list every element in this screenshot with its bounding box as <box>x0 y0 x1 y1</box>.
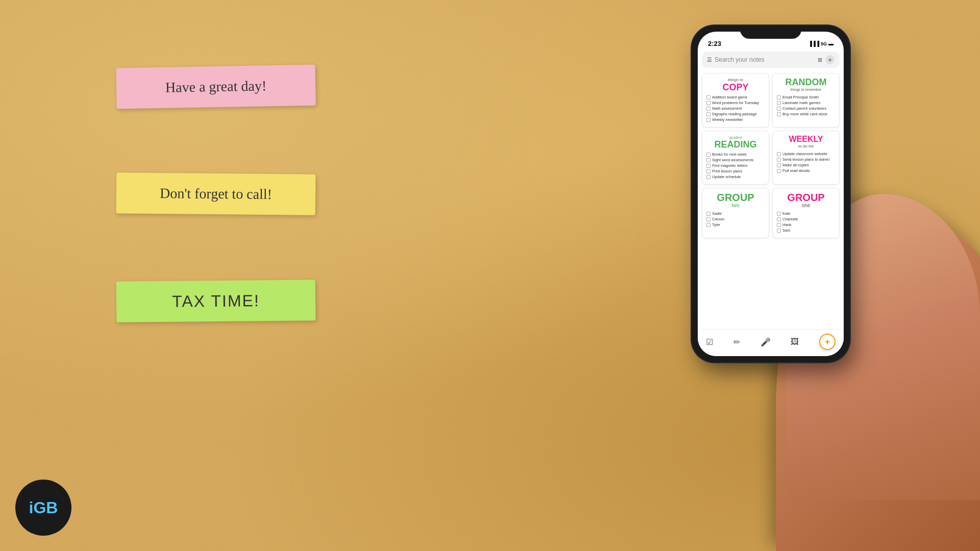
list-item: Sam <box>777 228 835 233</box>
search-bar-left: ☰ Search your notes <box>707 56 815 63</box>
carson-item: Carson <box>712 217 724 221</box>
checkbox[interactable] <box>777 95 781 99</box>
note-title-guided-reading: guided READING <box>706 135 765 149</box>
checkbox[interactable] <box>777 158 781 162</box>
checkbox[interactable] <box>706 158 710 162</box>
random-label: RANDOM <box>777 78 835 87</box>
list-item: Pull read alouds <box>777 168 835 173</box>
list-item: Make all copies <box>777 163 835 167</box>
network-icon: 5G <box>821 41 827 46</box>
phone-notch <box>740 26 801 39</box>
checkbox[interactable] <box>706 164 710 168</box>
note-card-guided-reading[interactable]: guided READING Books for next week Sight… <box>702 131 769 185</box>
search-placeholder: Search your notes <box>715 56 764 63</box>
checkbox[interactable] <box>777 107 781 111</box>
checkbox[interactable] <box>777 223 781 227</box>
list-item: Addition board game <box>706 95 765 99</box>
note-title-weekly: WEEKLY to do list <box>777 135 835 148</box>
guided-reading-list: Books for next week Sight word assessmen… <box>706 152 765 179</box>
search-action-icons: ⊞ + <box>818 55 835 64</box>
list-item: Find magnetic letters <box>706 163 765 168</box>
sticky-note-pink-text: Have a great day! <box>155 72 277 101</box>
list-item: Charlotte <box>777 217 835 221</box>
list-item: Laminate math games <box>777 101 835 105</box>
list-item: Buy more white card stock <box>777 112 835 116</box>
list-item: Weekly newsletter <box>706 117 765 122</box>
sticky-note-pink: Have a great day! <box>116 65 315 109</box>
checklist-icon[interactable]: ☑ <box>706 337 713 347</box>
phone-screen: 2:23 ▐▐▐ 5G ▬ ☰ Search your notes ⊞ + <box>698 32 844 356</box>
checkbox[interactable] <box>706 223 710 227</box>
checkbox[interactable] <box>706 212 710 216</box>
note-card-group-two[interactable]: GROUP two Sadie Carson Tyler <box>702 188 769 238</box>
status-icons: ▐▐▐ 5G ▬ <box>808 41 834 46</box>
checkbox[interactable] <box>706 153 710 157</box>
checkbox[interactable] <box>706 217 710 221</box>
note-title-random: RANDOM things to remember <box>777 78 835 92</box>
list-item: Contact parent volunteers <box>777 106 835 111</box>
notes-grid: things to COPY Addition board game Word … <box>698 70 844 241</box>
list-item: Send lesson plans to admin <box>777 157 835 162</box>
list-item: Digraphs reading passage <box>706 112 765 116</box>
note-card-group-one[interactable]: GROUP one Kate Charlotte Hank Sam <box>772 188 840 238</box>
list-item: Word problems for Tuesday <box>706 101 765 105</box>
things-copy-list: Addition board game Word problems for Tu… <box>706 95 765 122</box>
list-item: Update classroom website <box>777 152 835 156</box>
checkbox[interactable] <box>777 229 781 233</box>
list-item: Books for next week <box>706 152 765 157</box>
sticky-note-yellow: Don't forget to call! <box>116 172 316 215</box>
add-note-icon[interactable]: + <box>825 55 835 64</box>
checkbox[interactable] <box>706 107 710 111</box>
list-item: Sadie <box>706 211 765 216</box>
note-card-random[interactable]: RANDOM things to remember Email Principa… <box>772 73 840 128</box>
checkbox[interactable] <box>777 101 781 105</box>
note-title-things-to-copy: things to COPY <box>706 78 765 92</box>
todo-label: to do list <box>798 144 814 148</box>
add-button[interactable]: + <box>819 334 836 350</box>
image-icon[interactable]: 🖼 <box>791 337 799 346</box>
list-item: Update schedule <box>706 174 765 179</box>
reading-label: READING <box>706 140 765 149</box>
group-two-main-label: GROUP <box>706 192 765 203</box>
checkbox[interactable] <box>777 169 781 173</box>
checkbox[interactable] <box>706 101 710 105</box>
checkbox[interactable] <box>706 95 710 99</box>
checkbox[interactable] <box>706 118 710 122</box>
list-item: Print lesson plans <box>706 169 765 173</box>
igb-logo: iGB <box>15 480 71 536</box>
note-title-group-two: GROUP two <box>706 192 765 208</box>
checkbox[interactable] <box>777 112 781 116</box>
checkbox[interactable] <box>777 163 781 167</box>
group-one-main-label: GROUP <box>777 192 835 203</box>
checkbox[interactable] <box>706 169 710 173</box>
checkbox[interactable] <box>706 175 710 179</box>
sticky-note-yellow-text: Don't forget to call! <box>150 180 282 208</box>
add-icon: + <box>825 337 830 347</box>
list-item: Math assessment <box>706 106 765 111</box>
hamburger-icon: ☰ <box>707 57 712 63</box>
search-bar[interactable]: ☰ Search your notes ⊞ + <box>702 52 840 68</box>
grid-icon[interactable]: ⊞ <box>818 57 822 63</box>
note-card-things-to-copy[interactable]: things to COPY Addition board game Word … <box>702 73 769 128</box>
random-list: Email Principal Smith Laminate math game… <box>777 95 835 116</box>
things-label: things to <box>728 78 743 82</box>
signal-icon: ▐▐▐ <box>808 41 819 46</box>
battery-icon: ▬ <box>828 41 834 46</box>
note-card-weekly-todo[interactable]: WEEKLY to do list Update classroom websi… <box>772 131 840 185</box>
list-item: Hank <box>777 222 835 227</box>
list-item: Sight word assessments <box>706 158 765 162</box>
two-label: two <box>706 203 765 208</box>
list-item: Carson <box>706 217 765 221</box>
microphone-icon[interactable]: 🎤 <box>761 337 771 347</box>
list-item: Kate <box>777 211 835 216</box>
checkbox[interactable] <box>777 217 781 221</box>
checkbox[interactable] <box>706 112 710 116</box>
checkbox[interactable] <box>777 152 781 156</box>
checkbox[interactable] <box>777 212 781 216</box>
sticky-note-green-text: TAX TIME! <box>162 286 270 316</box>
bottom-toolbar: ☑ ✏ 🎤 🖼 + <box>698 329 844 356</box>
pencil-icon[interactable]: ✏ <box>733 337 740 347</box>
sticky-note-green: TAX TIME! <box>116 280 316 322</box>
list-item: Tyler <box>706 222 765 227</box>
weekly-label: WEEKLY <box>777 135 835 143</box>
